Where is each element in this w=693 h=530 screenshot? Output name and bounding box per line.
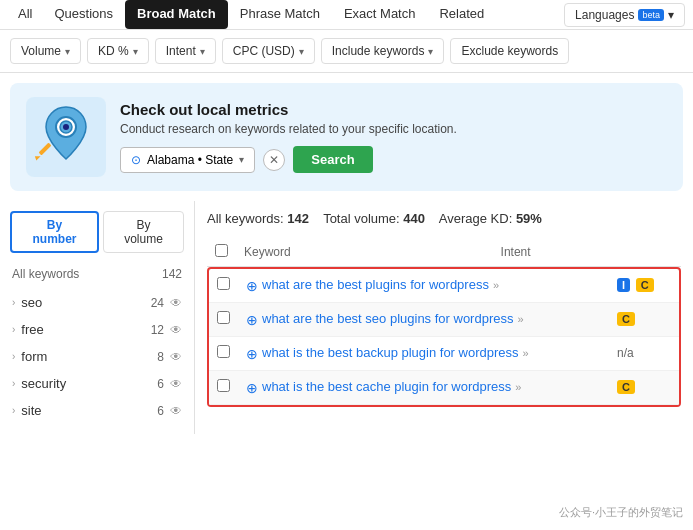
row-checkbox-cell (209, 337, 238, 371)
tab-exact-match[interactable]: Exact Match (332, 0, 428, 29)
intent-cell: C (609, 303, 679, 337)
banner-desc: Conduct research on keywords related to … (120, 122, 667, 136)
chevron-down-icon: ▾ (239, 154, 244, 165)
chevron-right-icon: › (12, 324, 15, 335)
sidebar-item-left: › form (12, 349, 47, 364)
sidebar-item-right: 6 👁 (157, 377, 182, 391)
keyword-cell: ⊕ what is the best cache plugin for word… (238, 371, 609, 405)
eye-icon[interactable]: 👁 (170, 404, 182, 418)
keyword-link[interactable]: ⊕ what is the best cache plugin for word… (246, 379, 601, 396)
chevron-down-icon: ▾ (428, 46, 433, 57)
banner-controls: ⊙ Alabama • State ▾ ✕ Search (120, 146, 667, 173)
sidebar-item-count: 8 (157, 350, 164, 364)
row-checkbox[interactable] (217, 345, 230, 358)
avg-kd-value: 59% (516, 211, 542, 226)
keyword-link[interactable]: ⊕ what is the best backup plugin for wor… (246, 345, 601, 362)
sidebar-item-right: 6 👁 (157, 404, 182, 418)
intent-badge-c: C (617, 312, 635, 326)
languages-button[interactable]: Languages beta ▾ (564, 3, 685, 27)
svg-point-3 (63, 124, 69, 130)
plus-icon: ⊕ (246, 380, 258, 396)
sidebar-all-keywords-label: All keywords (12, 267, 79, 281)
volume-filter[interactable]: Volume ▾ (10, 38, 81, 64)
total-volume-label: Total volume: (323, 211, 400, 226)
stats-row: All keywords: 142 Total volume: 440 Aver… (207, 211, 681, 226)
eye-icon[interactable]: 👁 (170, 377, 182, 391)
location-icon: ⊙ (131, 153, 141, 167)
sidebar-item-right: 8 👁 (157, 350, 182, 364)
plus-icon: ⊕ (246, 278, 258, 294)
tab-questions[interactable]: Questions (42, 0, 125, 29)
tab-broad-match[interactable]: Broad Match (125, 0, 228, 29)
eye-icon[interactable]: 👁 (170, 296, 182, 310)
keyword-text: what is the best backup plugin for wordp… (262, 345, 519, 360)
kd-filter[interactable]: KD % ▾ (87, 38, 149, 64)
select-all-checkbox[interactable] (215, 244, 228, 257)
total-volume-value: 440 (403, 211, 425, 226)
sidebar-item-site[interactable]: › site 6 👁 (0, 397, 194, 424)
by-number-button[interactable]: By number (10, 211, 99, 253)
local-metrics-banner: Check out local metrics Conduct research… (10, 83, 683, 191)
all-keywords-label: All keywords: (207, 211, 284, 226)
clear-location-button[interactable]: ✕ (263, 149, 285, 171)
sidebar-label: security (21, 376, 66, 391)
col-intent-header: Intent (493, 238, 681, 267)
keyword-cell: ⊕ what are the best plugins for wordpres… (238, 269, 609, 303)
chevron-right-icon: › (12, 297, 15, 308)
banner-title: Check out local metrics (120, 101, 667, 118)
col-checkbox (207, 238, 236, 267)
row-checkbox[interactable] (217, 379, 230, 392)
sidebar-item-count: 12 (151, 323, 164, 337)
include-keywords-filter[interactable]: Include keywords ▾ (321, 38, 445, 64)
exclude-keywords-filter[interactable]: Exclude keywords (450, 38, 569, 64)
sidebar-item-security[interactable]: › security 6 👁 (0, 370, 194, 397)
sidebar-label: form (21, 349, 47, 364)
keyword-table-outlined: ⊕ what are the best plugins for wordpres… (209, 269, 679, 405)
chevron-right-icon: › (12, 378, 15, 389)
double-arrow-icon: » (517, 313, 523, 325)
intent-badge-c: C (636, 278, 654, 292)
eye-icon[interactable]: 👁 (170, 350, 182, 364)
intent-cell: n/a (609, 337, 679, 371)
intent-filter[interactable]: Intent ▾ (155, 38, 216, 64)
tab-related[interactable]: Related (427, 0, 496, 29)
location-value: Alabama • State (147, 153, 233, 167)
avg-kd-label: Average KD: (439, 211, 512, 226)
beta-badge: beta (638, 9, 664, 21)
tab-phrase-match[interactable]: Phrase Match (228, 0, 332, 29)
cpc-filter[interactable]: CPC (USD) ▾ (222, 38, 315, 64)
keyword-link[interactable]: ⊕ what are the best seo plugins for word… (246, 311, 601, 328)
by-volume-button[interactable]: By volume (103, 211, 184, 253)
sidebar-item-seo[interactable]: › seo 24 👁 (0, 289, 194, 316)
search-button[interactable]: Search (293, 146, 372, 173)
plus-icon: ⊕ (246, 346, 258, 362)
intent-cell: C (609, 371, 679, 405)
chevron-down-icon: ▾ (668, 8, 674, 22)
eye-icon[interactable]: 👁 (170, 323, 182, 337)
chevron-down-icon: ▾ (65, 46, 70, 57)
col-keyword-header: Keyword (236, 238, 493, 267)
sidebar-label: site (21, 403, 41, 418)
sidebar-item-count: 6 (157, 377, 164, 391)
row-checkbox[interactable] (217, 311, 230, 324)
sidebar-header: All keywords 142 (0, 263, 194, 289)
sidebar-item-left: › free (12, 322, 44, 337)
right-panel: All keywords: 142 Total volume: 440 Aver… (195, 201, 693, 434)
chevron-right-icon: › (12, 405, 15, 416)
double-arrow-icon: » (493, 279, 499, 291)
chevron-down-icon: ▾ (133, 46, 138, 57)
keyword-table: Keyword Intent (207, 238, 681, 267)
keyword-cell: ⊕ what is the best backup plugin for wor… (238, 337, 609, 371)
keyword-text: what are the best seo plugins for wordpr… (262, 311, 513, 326)
red-outline-container: ⊕ what are the best plugins for wordpres… (207, 267, 681, 407)
row-checkbox-cell (209, 303, 238, 337)
sidebar-item-count: 24 (151, 296, 164, 310)
row-checkbox[interactable] (217, 277, 230, 290)
keyword-link[interactable]: ⊕ what are the best plugins for wordpres… (246, 277, 601, 294)
tab-all[interactable]: All (8, 0, 42, 29)
row-checkbox-cell (209, 269, 238, 303)
sidebar-item-free[interactable]: › free 12 👁 (0, 316, 194, 343)
keyword-cell: ⊕ what are the best seo plugins for word… (238, 303, 609, 337)
location-selector[interactable]: ⊙ Alabama • State ▾ (120, 147, 255, 173)
sidebar-item-form[interactable]: › form 8 👁 (0, 343, 194, 370)
